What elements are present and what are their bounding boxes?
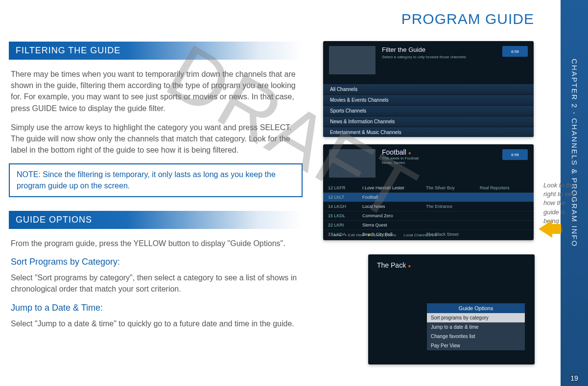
section-heading-filtering: FILTERING THE GUIDE — [9, 42, 303, 60]
guide-row: 14 LKGHLocal NewsThe Entrance — [323, 202, 534, 211]
record-icon: ● — [408, 150, 411, 156]
screenshot-guide-grid: Football● This week in Football News, Se… — [323, 144, 534, 240]
jump-date-heading: Jump to a Date & Time: — [11, 303, 301, 313]
category-item: Entertainment & Music Channels — [323, 127, 534, 137]
channel-cell: 15 LKDL — [328, 213, 362, 218]
red-dot-icon: ● — [345, 233, 347, 237]
options-paragraph-1: From the program guide, press the YELLOW… — [11, 238, 301, 249]
channel-cell: 12 LKLT — [328, 195, 362, 200]
page-title: PROGRAM GUIDE — [401, 11, 534, 27]
program-cell — [480, 195, 524, 200]
category-item: Sports Channels — [323, 106, 534, 116]
section-heading-options: GUIDE OPTIONS — [9, 211, 303, 229]
category-list: All Channels Movies & Events Channels Sp… — [323, 84, 534, 137]
program-cell: Command Zero — [362, 213, 426, 218]
clock-pill: 6:59 — [502, 149, 528, 160]
guide-subtitle: This week in Football — [382, 156, 419, 160]
filtering-paragraph-1: There may be times when you want to temp… — [11, 68, 301, 114]
guide-title: Football● This week in Football News, Se… — [382, 148, 419, 165]
sort-programs-heading: Sort Programs by Category: — [11, 257, 301, 267]
program-cell — [426, 195, 480, 200]
guide-title-text: Football — [382, 148, 406, 156]
filtering-paragraph-2: Simply use the arrow keys to highlight t… — [11, 122, 301, 156]
main-text-column: FILTERING THE GUIDE There may be times w… — [9, 42, 303, 337]
guide-footer-hints: ● Menu ● Edit View ● Guide Options Local… — [328, 233, 437, 237]
category-item: All Channels — [323, 84, 534, 95]
guide-option-item: Jump to a date & time — [427, 322, 525, 332]
category-item: Movies & Events Channels — [323, 95, 534, 106]
guide-row: 22 LKRISierra Quest — [323, 221, 534, 230]
channel-cell: 12 LKFR — [328, 185, 362, 190]
hint-filter: Local Channels On — [404, 233, 437, 237]
hint-options: Guide Options — [371, 233, 396, 237]
guide-subtitle2: News, Series — [382, 160, 419, 165]
page-number: 19 — [570, 374, 578, 382]
screenshot-filter-guide: Filter the Guide Select a category to on… — [323, 41, 534, 137]
record-icon: ● — [408, 263, 411, 269]
program-cell — [480, 204, 524, 209]
note-box: NOTE: Since the filtering is temporary, … — [9, 163, 303, 197]
program-cell: Real Reporters — [480, 185, 524, 190]
guide-option-item: Sort programs by category — [427, 313, 525, 322]
program-cell: Football — [362, 195, 426, 200]
options-screen-title: The Pack● — [377, 261, 411, 269]
red-dot-icon: ● — [328, 233, 330, 237]
guide-option-item: Pay Per View — [427, 341, 525, 350]
yellow-dot-icon: ● — [368, 233, 370, 237]
filter-subtitle: Select a category to only browse those c… — [382, 55, 466, 59]
hint-edit: Edit View — [348, 233, 364, 237]
program-cell: I Love Hannah Lester — [362, 185, 426, 190]
guide-row: 12 LKFRI Love Hannah LesterThe Silver Bo… — [323, 183, 534, 193]
channel-cell: 22 LKRI — [328, 223, 362, 227]
arrow-left-icon — [539, 220, 552, 238]
program-cell: The Silver Boy — [426, 185, 480, 190]
filter-title: Filter the Guide — [382, 46, 425, 53]
clock-pill: 6:59 — [502, 46, 528, 57]
guide-options-header: Guide Options — [427, 303, 525, 313]
options-screen-title-text: The Pack — [377, 261, 406, 269]
jump-date-body: Select "Jump to a date & time" to quickl… — [11, 318, 301, 329]
program-cell: Sierra Quest — [362, 223, 426, 227]
guide-option-item: Change favorites list — [427, 332, 525, 341]
sort-programs-body: Select "Sort programs by category", then… — [11, 272, 301, 295]
channel-cell: 14 LKGH — [328, 204, 362, 209]
program-cell: Local News — [362, 204, 426, 209]
category-item: News & Information Channels — [323, 116, 534, 127]
program-cell — [426, 213, 480, 218]
preview-thumbnail — [329, 46, 376, 74]
guide-row: 15 LKDLCommand Zero — [323, 211, 534, 221]
guide-rows: 12 LKFRI Love Hannah LesterThe Silver Bo… — [323, 183, 534, 239]
program-cell: The Entrance — [426, 204, 480, 209]
guide-options-menu: Guide Options Sort programs by category … — [427, 303, 525, 350]
hint-menu: Menu — [331, 233, 341, 237]
preview-thumbnail — [329, 149, 376, 178]
screenshot-guide-options: The Pack● Guide Options Sort programs by… — [368, 254, 535, 364]
guide-row-highlighted: 12 LKLTFootball — [323, 193, 534, 202]
